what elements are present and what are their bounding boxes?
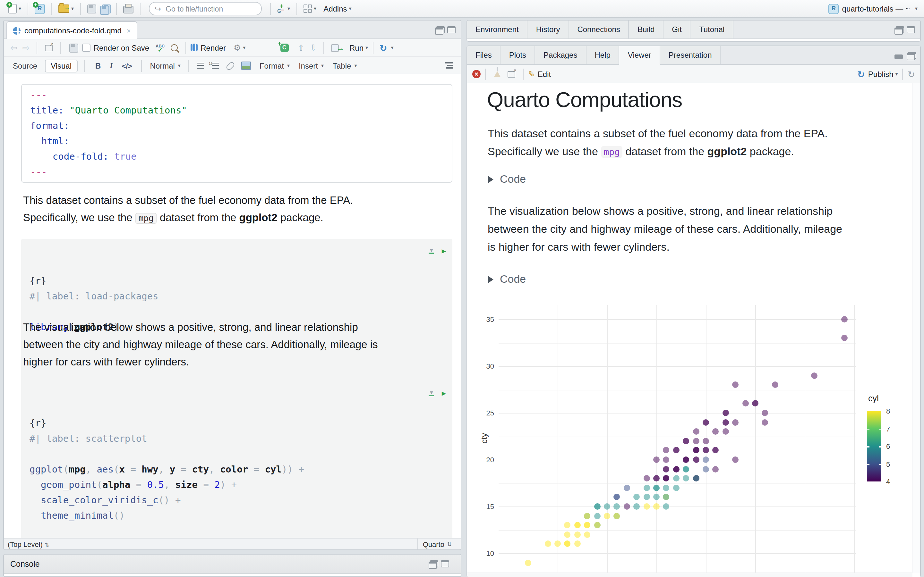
italic-button[interactable]: I xyxy=(110,61,113,71)
data-point xyxy=(693,456,699,463)
visual-mode-button[interactable]: Visual xyxy=(45,59,78,72)
run-chunk-icon[interactable]: ▶ xyxy=(442,243,446,259)
save-all-button[interactable] xyxy=(100,2,110,16)
viewer-scrollbar[interactable] xyxy=(912,83,920,573)
maximize-pane-icon[interactable] xyxy=(907,26,915,33)
data-point xyxy=(841,335,847,341)
version-control-button[interactable]: +−G▾ xyxy=(277,2,290,16)
run-chunks-above-icon[interactable]: ▼ xyxy=(429,249,434,254)
paragraph-style-select[interactable]: Normal xyxy=(150,61,175,70)
tab-environment[interactable]: Environment xyxy=(467,21,528,39)
refresh-icon[interactable]: ↻ xyxy=(908,69,915,79)
source-icon[interactable]: ↻ xyxy=(380,43,387,53)
restore-pane-icon[interactable] xyxy=(429,560,437,567)
yaml-block[interactable]: ---title: "Quarto Computations"format: h… xyxy=(21,84,452,183)
clear-viewer-icon[interactable] xyxy=(494,71,501,77)
code-fold-toggle[interactable]: Code xyxy=(488,173,526,186)
maximize-pane-icon[interactable] xyxy=(447,26,456,33)
tab-build[interactable]: Build xyxy=(629,21,664,39)
save-button[interactable] xyxy=(87,2,96,16)
project-menu[interactable]: R quarto-tutorials — ~ ▾ xyxy=(829,3,918,14)
run-button[interactable]: Run xyxy=(349,43,363,52)
tab-viewer[interactable]: Viewer xyxy=(620,46,660,65)
code-chunk-scatterplot[interactable]: {r}#| label: scatterplot ggplot(mpg, aes… xyxy=(21,382,452,538)
spellcheck-icon[interactable]: ABC✓ xyxy=(156,44,165,52)
code-fold-toggle[interactable]: Code xyxy=(488,273,526,286)
format-menu[interactable]: Format xyxy=(260,61,284,70)
goto-file-search[interactable]: ↪ xyxy=(149,2,262,15)
y-tick-label: 30 xyxy=(480,362,494,370)
editor-toolbar: ⇦ ⇨ Render on Save ABC✓ Render ⚙ ▾ C ⇧ ⇩… xyxy=(4,39,461,57)
minor-gridline xyxy=(499,390,856,390)
editor-paragraph[interactable]: This dataset contains a subset of the fu… xyxy=(23,192,447,227)
pane-layout-button[interactable]: ▾ xyxy=(304,2,317,16)
restore-pane-icon[interactable] xyxy=(435,26,443,33)
divider xyxy=(27,3,28,15)
doc-type-selector[interactable]: Quarto ⇅ xyxy=(417,538,457,550)
gear-icon[interactable]: ⚙ xyxy=(234,43,241,53)
edit-button[interactable]: Edit xyxy=(538,69,551,79)
link-icon[interactable] xyxy=(226,61,236,71)
x-gridline xyxy=(656,305,657,577)
open-file-button[interactable]: ▾ xyxy=(58,2,74,16)
tab-presentation[interactable]: Presentation xyxy=(660,46,721,64)
editor-tab-computations-code-fold[interactable]: computations-code-fold.qmd × xyxy=(6,21,137,39)
tab-packages[interactable]: Packages xyxy=(535,46,586,64)
edit-icon: ✎ xyxy=(528,69,535,79)
popout-editor-icon[interactable] xyxy=(45,45,53,51)
insert-chunk-button[interactable]: C xyxy=(280,44,288,52)
editor-paragraph[interactable]: The visualization below shows a positive… xyxy=(23,319,447,371)
tab-plots[interactable]: Plots xyxy=(501,46,535,64)
minor-gridline xyxy=(499,436,856,437)
tab-help[interactable]: Help xyxy=(586,46,619,64)
rendered-document[interactable]: Quarto Computations This dataset contain… xyxy=(467,83,920,577)
render-button[interactable]: Render xyxy=(200,43,226,52)
find-icon[interactable] xyxy=(170,44,178,51)
restore-pane-icon[interactable] xyxy=(907,52,915,59)
console-header[interactable]: Console xyxy=(4,554,461,574)
code-button[interactable]: </> xyxy=(122,62,132,69)
run-next-icon[interactable]: ⇩ xyxy=(310,43,317,53)
editor-content[interactable]: ---title: "Quarto Computations"format: h… xyxy=(4,74,461,538)
main-toolbar: +▾ R+ ▾ ↪ +−G▾ ▾ Addins▾ R quarto-tutori… xyxy=(0,0,924,18)
tab-tutorial[interactable]: Tutorial xyxy=(691,21,733,39)
tab-git[interactable]: Git xyxy=(664,21,691,39)
insert-menu[interactable]: Insert xyxy=(299,61,318,70)
numbered-list-icon[interactable] xyxy=(212,63,219,69)
run-previous-icon[interactable]: ⇧ xyxy=(297,43,304,53)
data-point xyxy=(574,522,581,528)
source-mode-button[interactable]: Source xyxy=(13,61,37,70)
data-point xyxy=(693,475,699,482)
data-point xyxy=(732,456,738,463)
minimize-pane-icon[interactable] xyxy=(895,54,903,59)
print-button[interactable] xyxy=(123,2,134,16)
render-on-save-checkbox[interactable] xyxy=(82,44,90,52)
open-in-browser-icon[interactable] xyxy=(507,71,515,77)
save-doc-icon[interactable] xyxy=(69,43,78,52)
tab-connections[interactable]: Connections xyxy=(569,21,629,39)
run-chunk-icon[interactable]: ▶ xyxy=(442,386,446,401)
publish-button[interactable]: Publish xyxy=(868,69,893,79)
tab-history[interactable]: History xyxy=(528,21,569,39)
maximize-pane-icon[interactable] xyxy=(441,560,449,567)
code-line: --- xyxy=(30,87,452,103)
close-tab-icon[interactable]: × xyxy=(127,27,131,34)
bullet-list-icon[interactable] xyxy=(197,63,204,69)
bold-button[interactable]: B xyxy=(95,61,101,70)
image-icon[interactable] xyxy=(242,61,251,70)
addins-menu[interactable]: Addins▾ xyxy=(323,2,351,16)
table-menu[interactable]: Table xyxy=(333,61,351,70)
forward-icon[interactable]: ⇨ xyxy=(23,43,29,53)
data-point xyxy=(653,485,660,491)
new-project-button[interactable]: R+ xyxy=(35,2,45,16)
back-icon[interactable]: ⇦ xyxy=(10,43,17,53)
stop-icon[interactable]: × xyxy=(472,70,481,78)
run-chunks-above-icon[interactable]: ▼ xyxy=(429,391,434,396)
tab-files[interactable]: Files xyxy=(467,46,501,64)
restore-pane-icon[interactable] xyxy=(895,26,903,33)
new-file-button[interactable]: +▾ xyxy=(8,2,21,16)
text-line: is higher for cars with fewer cylinders. xyxy=(488,239,885,256)
scope-selector[interactable]: (Top Level) ⇅ xyxy=(8,540,49,548)
goto-file-input[interactable] xyxy=(164,4,256,13)
outline-toggle-icon[interactable] xyxy=(445,62,453,69)
